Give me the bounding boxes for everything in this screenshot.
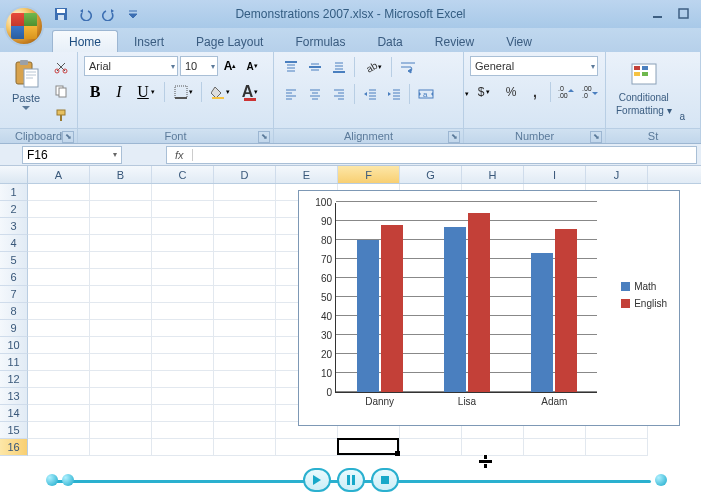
grow-font-button[interactable]: A▴ bbox=[220, 56, 240, 76]
cell[interactable] bbox=[214, 235, 276, 252]
cell[interactable] bbox=[214, 252, 276, 269]
cell[interactable] bbox=[28, 252, 90, 269]
cell[interactable] bbox=[214, 320, 276, 337]
copy-button[interactable] bbox=[50, 80, 72, 102]
cell[interactable] bbox=[90, 354, 152, 371]
column-header[interactable]: C bbox=[152, 166, 214, 183]
cell[interactable] bbox=[152, 320, 214, 337]
align-center-button[interactable] bbox=[304, 83, 326, 105]
cell[interactable] bbox=[28, 405, 90, 422]
cell[interactable] bbox=[152, 184, 214, 201]
format-painter-button[interactable] bbox=[50, 104, 72, 126]
name-box[interactable]: F16▾ bbox=[22, 146, 122, 164]
cell[interactable] bbox=[338, 439, 400, 456]
cell[interactable] bbox=[586, 439, 648, 456]
save-icon[interactable] bbox=[52, 5, 70, 23]
row-header[interactable]: 7 bbox=[0, 286, 28, 303]
cell[interactable] bbox=[214, 269, 276, 286]
cell[interactable] bbox=[28, 337, 90, 354]
cell[interactable] bbox=[28, 218, 90, 235]
increase-decimal-button[interactable]: .0.00 bbox=[555, 81, 577, 103]
cell[interactable] bbox=[152, 388, 214, 405]
cell[interactable] bbox=[90, 371, 152, 388]
tab-home[interactable]: Home bbox=[52, 30, 118, 52]
cell[interactable] bbox=[214, 405, 276, 422]
font-color-button[interactable]: A▾ bbox=[236, 81, 264, 103]
column-header[interactable]: G bbox=[400, 166, 462, 183]
column-header[interactable]: E bbox=[276, 166, 338, 183]
cell[interactable] bbox=[214, 201, 276, 218]
cell[interactable] bbox=[214, 354, 276, 371]
cell[interactable] bbox=[152, 201, 214, 218]
row-header[interactable]: 10 bbox=[0, 337, 28, 354]
row-header[interactable]: 16 bbox=[0, 439, 28, 456]
tab-formulas[interactable]: Formulas bbox=[279, 31, 361, 52]
cell[interactable] bbox=[152, 269, 214, 286]
qat-customize-icon[interactable] bbox=[124, 5, 142, 23]
tab-page-layout[interactable]: Page Layout bbox=[180, 31, 279, 52]
row-header[interactable]: 1 bbox=[0, 184, 28, 201]
wrap-text-button[interactable] bbox=[396, 56, 446, 78]
cell[interactable] bbox=[462, 439, 524, 456]
dialog-launcher-icon[interactable]: ⬊ bbox=[590, 131, 602, 143]
dialog-launcher-icon[interactable]: ⬊ bbox=[258, 131, 270, 143]
cell[interactable] bbox=[28, 439, 90, 456]
column-header[interactable]: D bbox=[214, 166, 276, 183]
cell[interactable] bbox=[90, 218, 152, 235]
formula-input[interactable]: fx bbox=[166, 146, 697, 164]
shrink-font-button[interactable]: A▾ bbox=[242, 56, 262, 76]
cell[interactable] bbox=[28, 303, 90, 320]
cell[interactable] bbox=[90, 422, 152, 439]
cell[interactable] bbox=[214, 184, 276, 201]
cell[interactable] bbox=[152, 286, 214, 303]
cell[interactable] bbox=[28, 371, 90, 388]
comma-button[interactable]: , bbox=[524, 81, 546, 103]
cell[interactable] bbox=[28, 235, 90, 252]
cell[interactable] bbox=[152, 422, 214, 439]
row-header[interactable]: 2 bbox=[0, 201, 28, 218]
cell[interactable] bbox=[28, 201, 90, 218]
cell[interactable] bbox=[524, 439, 586, 456]
percent-button[interactable]: % bbox=[500, 81, 522, 103]
cell[interactable] bbox=[214, 388, 276, 405]
cell[interactable] bbox=[90, 269, 152, 286]
column-header[interactable]: A bbox=[28, 166, 90, 183]
align-middle-button[interactable] bbox=[304, 56, 326, 78]
row-header[interactable]: 13 bbox=[0, 388, 28, 405]
cell[interactable] bbox=[90, 184, 152, 201]
row-header[interactable]: 11 bbox=[0, 354, 28, 371]
redo-icon[interactable] bbox=[100, 5, 118, 23]
select-all-corner[interactable] bbox=[0, 166, 28, 183]
column-header[interactable]: H bbox=[462, 166, 524, 183]
row-header[interactable]: 15 bbox=[0, 422, 28, 439]
cell[interactable] bbox=[28, 388, 90, 405]
conditional-formatting-button[interactable]: Conditional Formatting ▾ bbox=[612, 56, 676, 118]
stop-button[interactable] bbox=[371, 468, 399, 492]
dialog-launcher-icon[interactable]: ⬊ bbox=[62, 131, 74, 143]
tab-view[interactable]: View bbox=[490, 31, 548, 52]
cell[interactable] bbox=[28, 320, 90, 337]
align-bottom-button[interactable] bbox=[328, 56, 350, 78]
cell[interactable] bbox=[90, 252, 152, 269]
embedded-chart[interactable]: 0102030405060708090100DannyLisaAdam Math… bbox=[298, 190, 680, 426]
row-header[interactable]: 3 bbox=[0, 218, 28, 235]
cell[interactable] bbox=[152, 439, 214, 456]
merge-center-button[interactable]: a▾ bbox=[414, 83, 470, 105]
column-header[interactable]: J bbox=[586, 166, 648, 183]
cell[interactable] bbox=[28, 354, 90, 371]
font-size-combo[interactable]: 10▾ bbox=[180, 56, 218, 76]
cell[interactable] bbox=[214, 337, 276, 354]
decrease-decimal-button[interactable]: .00.0 bbox=[579, 81, 601, 103]
worksheet-grid[interactable]: ABCDEFGHIJ 12345678910111213141516 01020… bbox=[0, 166, 701, 476]
decrease-indent-button[interactable] bbox=[359, 83, 381, 105]
increase-indent-button[interactable] bbox=[383, 83, 405, 105]
tab-data[interactable]: Data bbox=[361, 31, 418, 52]
underline-button[interactable]: U▾ bbox=[132, 81, 160, 103]
undo-icon[interactable] bbox=[76, 5, 94, 23]
cell[interactable] bbox=[214, 303, 276, 320]
column-header[interactable]: F bbox=[338, 166, 400, 183]
row-header[interactable]: 5 bbox=[0, 252, 28, 269]
fx-icon[interactable]: fx bbox=[167, 149, 193, 161]
cell[interactable] bbox=[152, 371, 214, 388]
cell[interactable] bbox=[90, 320, 152, 337]
